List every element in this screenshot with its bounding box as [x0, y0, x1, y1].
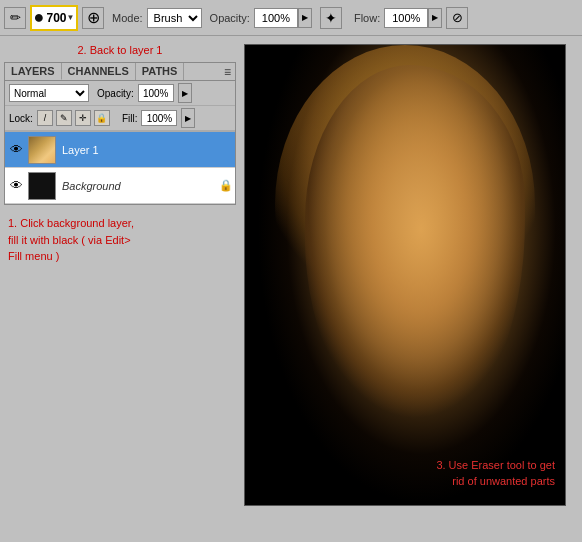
canvas-area: 3. Use Eraser tool to getrid of unwanted…	[240, 36, 582, 542]
flow-arrow[interactable]: ▶	[428, 8, 442, 28]
fill-arrow[interactable]: ▶	[181, 108, 195, 128]
background-name: Background	[62, 180, 121, 192]
toolbar: ✏ ● 700 ▼ ⊕ Mode: Brush Opacity: ▶ ✦ Flo…	[0, 0, 582, 36]
flow-input-group: ▶	[384, 8, 442, 28]
left-panel: 2. Back to layer 1 LAYERS CHANNELS PATHS…	[0, 36, 240, 542]
blend-opacity-row: Normal Opacity: ▶	[5, 81, 235, 106]
main-area: 2. Back to layer 1 LAYERS CHANNELS PATHS…	[0, 36, 582, 542]
opacity-row-arrow[interactable]: ▶	[178, 83, 192, 103]
lock-position-btn[interactable]: ✛	[75, 110, 91, 126]
tab-paths[interactable]: PATHS	[136, 63, 185, 80]
panel-menu-button[interactable]: ≡	[224, 65, 231, 79]
background-thumbnail	[28, 172, 56, 200]
layer-item-background[interactable]: 👁 Background 🔒	[5, 168, 235, 204]
brush-dot-icon: ●	[34, 7, 45, 28]
brush-size-value: 700	[46, 11, 66, 25]
instruction-bottom: 1. Click background layer,fill it with b…	[0, 205, 240, 275]
layer1-thumbnail	[28, 136, 56, 164]
canvas-frame: 3. Use Eraser tool to getrid of unwanted…	[244, 44, 566, 506]
lock-transparent-btn[interactable]: /	[37, 110, 53, 126]
mode-label: Mode:	[112, 12, 143, 24]
airbrush-icon[interactable]: ✦	[320, 7, 342, 29]
lock-all-btn[interactable]: 🔒	[94, 110, 110, 126]
lock-row-label: Lock:	[9, 113, 33, 124]
background-lock-icon: 🔒	[219, 179, 233, 192]
lock-pixels-btn[interactable]: ✎	[56, 110, 72, 126]
brush-size-box[interactable]: ● 700 ▼	[30, 5, 78, 31]
opacity-row-label: Opacity:	[97, 88, 134, 99]
layers-tabs: LAYERS CHANNELS PATHS ≡	[5, 63, 235, 81]
portrait-glow	[245, 45, 565, 505]
canvas-instruction-text: 3. Use Eraser tool to getrid of unwanted…	[436, 459, 555, 486]
instruction-bottom-text: 1. Click background layer,fill it with b…	[8, 217, 134, 262]
brush-options-icon[interactable]: ⊕	[82, 7, 104, 29]
layer-list: 👁 Layer 1 👁 Background 🔒	[5, 131, 235, 204]
brush-size-arrow[interactable]: ▼	[66, 13, 74, 22]
instruction-top: 2. Back to layer 1	[0, 36, 240, 62]
lock-icons: / ✎ ✛ 🔒	[37, 110, 110, 126]
fill-label: Fill:	[122, 113, 138, 124]
pencil-tool-icon[interactable]: ✏	[4, 7, 26, 29]
layer1-visibility-icon[interactable]: 👁	[7, 141, 25, 159]
opacity-input-group: ▶	[254, 8, 312, 28]
layer-item-layer1[interactable]: 👁 Layer 1	[5, 132, 235, 168]
opacity-input[interactable]	[254, 8, 298, 28]
layers-panel: LAYERS CHANNELS PATHS ≡ Normal Opacity: …	[4, 62, 236, 205]
background-visibility-icon[interactable]: 👁	[7, 177, 25, 195]
flow-label: Flow:	[354, 12, 380, 24]
lock-row: Lock: / ✎ ✛ 🔒 Fill: ▶	[5, 106, 235, 131]
canvas-instruction: 3. Use Eraser tool to getrid of unwanted…	[436, 458, 555, 489]
opacity-row-input[interactable]	[138, 84, 174, 102]
layer1-name: Layer 1	[62, 144, 99, 156]
blend-mode-select[interactable]: Normal	[9, 84, 89, 102]
canvas-content[interactable]: 3. Use Eraser tool to getrid of unwanted…	[245, 45, 565, 505]
tab-layers[interactable]: LAYERS	[5, 63, 62, 80]
opacity-label: Opacity:	[210, 12, 250, 24]
tab-channels[interactable]: CHANNELS	[62, 63, 136, 80]
flow-input[interactable]	[384, 8, 428, 28]
fill-input[interactable]	[141, 110, 177, 126]
mode-select[interactable]: Brush	[147, 8, 202, 28]
opacity-arrow[interactable]: ▶	[298, 8, 312, 28]
extra-tool-icon[interactable]: ⊘	[446, 7, 468, 29]
